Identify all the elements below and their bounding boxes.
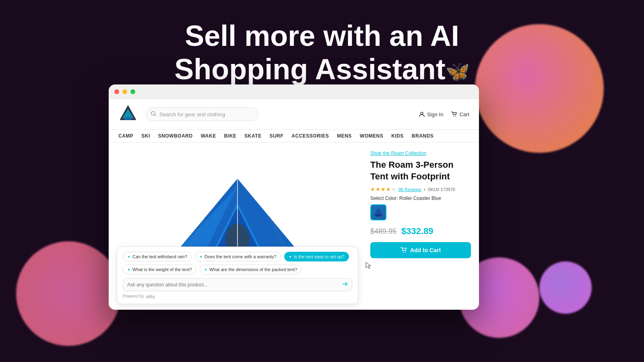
product-detail-section: Shop the Roam Collection The Roam 3-Pers…: [366, 142, 479, 309]
collection-link[interactable]: Shop the Roam Collection: [370, 150, 471, 156]
chat-suggestions: ✦ Can the test withstand rain? ✦ Does th…: [123, 252, 352, 274]
decorative-blob-top-right: [475, 24, 604, 153]
svg-point-6: [453, 116, 454, 117]
add-to-cart-button[interactable]: Add to Cart: [370, 242, 471, 258]
star-4: ★: [386, 186, 391, 192]
color-swatch[interactable]: [370, 204, 386, 220]
price-row: $489.95 $332.89: [370, 226, 471, 237]
menu-item-ski[interactable]: SKI: [141, 133, 150, 139]
svg-text:alby: alby: [146, 294, 155, 299]
svg-point-2: [124, 116, 132, 120]
menu-item-womens[interactable]: WOMENS: [360, 133, 383, 139]
star-5: ★: [391, 186, 396, 192]
search-placeholder-text: Search for gear and clothing: [159, 111, 225, 117]
color-swatch-inner: [371, 205, 386, 220]
suggestion-chip-3[interactable]: ✦ Is the tent easy to set up?: [284, 252, 349, 261]
menu-item-mens[interactable]: MENS: [337, 133, 352, 139]
menu-bar: CAMP SKI SNOWBOARD WAKE BIKE SKATE SURF …: [109, 130, 479, 142]
product-title: The Roam 3-Person Tent with Footprint: [370, 159, 471, 182]
chip-icon-1: ✦: [127, 255, 130, 259]
rating-row: ★ ★ ★ ★ ★ 96 Reviews • SKU# 173976: [370, 186, 471, 192]
suggestion-chip-4[interactable]: ✦ What is the weight of the tent?: [123, 265, 196, 274]
suggestion-text-3: Is the tent easy to set up?: [294, 254, 345, 259]
color-label: Select Color: Roller Coaster Blue: [370, 195, 471, 201]
decorative-blob-bottom-right-2: [539, 261, 592, 314]
window-close-button[interactable]: [114, 89, 119, 94]
suggestion-text-1: Can the test withstand rain?: [132, 254, 187, 259]
chat-input-field[interactable]: [127, 282, 342, 288]
suggestion-chip-5[interactable]: ✦ What are the dimensions of the packed …: [200, 265, 301, 274]
alby-logo: alby: [146, 294, 161, 299]
search-bar[interactable]: Search for gear and clothing: [146, 107, 258, 121]
reviews-count[interactable]: 96 Reviews: [398, 187, 421, 192]
sign-in-button[interactable]: Sign In: [419, 111, 443, 117]
star-rating: ★ ★ ★ ★ ★: [370, 186, 396, 192]
suggestion-chip-1[interactable]: ✦ Can the test withstand rain?: [123, 252, 192, 261]
original-price: $489.95: [370, 227, 396, 236]
menu-item-surf[interactable]: SURF: [270, 133, 284, 139]
menu-item-wake[interactable]: WAKE: [201, 133, 216, 139]
sku-number: SKU# 173976: [428, 187, 456, 192]
star-3: ★: [381, 186, 386, 192]
svg-point-7: [455, 116, 456, 117]
decorative-blob-bottom-left: [16, 241, 121, 346]
nav-bar: Search for gear and clothing Sign In Car…: [109, 99, 479, 130]
hero-line2: Shopping Assistant🦋: [174, 53, 469, 86]
menu-item-bike[interactable]: BIKE: [224, 133, 237, 139]
menu-item-snowboard[interactable]: SNOWBOARD: [158, 133, 193, 139]
sku-text: •: [424, 187, 425, 192]
menu-item-camp[interactable]: CAMP: [118, 133, 133, 139]
search-icon: [151, 111, 156, 118]
chip-icon-3: ✦: [289, 255, 292, 259]
star-1: ★: [370, 186, 375, 192]
window-maximize-button[interactable]: [130, 89, 135, 94]
chip-icon-2: ✦: [199, 255, 202, 259]
product-image-section: ✦ Can the test withstand rain? ✦ Does th…: [109, 142, 366, 309]
hero-section: Sell more with an AI Shopping Assistant🦋: [174, 19, 469, 86]
menu-item-accessories[interactable]: ACCESSORIES: [291, 133, 329, 139]
menu-item-brands[interactable]: BRANDS: [412, 133, 433, 139]
chip-icon-5: ✦: [204, 267, 207, 272]
hero-line1: Sell more with an AI: [174, 19, 469, 53]
chip-icon-4: ✦: [127, 267, 130, 272]
suggestion-text-4: What is the weight of the tent?: [132, 267, 192, 272]
sale-price: $332.89: [401, 226, 433, 237]
suggestion-text-2: Does the tent come with a warranty?: [204, 254, 277, 259]
add-to-cart-label: Add to Cart: [410, 247, 441, 253]
browser-window: Search for gear and clothing Sign In Car…: [109, 84, 479, 310]
product-area: ✦ Can the test withstand rain? ✦ Does th…: [109, 142, 479, 309]
window-minimize-button[interactable]: [122, 89, 127, 94]
sign-in-label: Sign In: [427, 111, 443, 117]
svg-point-18: [375, 214, 382, 217]
powered-by: Powered by alby: [123, 294, 352, 299]
svg-line-4: [155, 115, 156, 116]
svg-point-20: [405, 252, 406, 253]
svg-point-19: [403, 252, 404, 253]
hero-icon: 🦋: [446, 61, 470, 82]
powered-by-text: Powered by: [123, 294, 144, 298]
cart-label: Cart: [459, 111, 469, 117]
nav-right: Sign In Cart: [419, 111, 469, 117]
send-button[interactable]: [342, 281, 348, 288]
suggestion-text-5: What are the dimensions of the packed te…: [209, 267, 297, 272]
suggestion-chip-2[interactable]: ✦ Does the tent come with a warranty?: [195, 252, 281, 261]
svg-point-5: [421, 112, 423, 115]
store-content: Search for gear and clothing Sign In Car…: [109, 99, 479, 310]
star-2: ★: [376, 186, 380, 192]
chat-input-row: [123, 278, 352, 291]
cart-button[interactable]: Cart: [451, 111, 469, 117]
browser-chrome: [109, 84, 479, 99]
ai-chat-widget: ✦ Can the test withstand rain? ✦ Does th…: [117, 247, 358, 304]
menu-item-skate[interactable]: SKATE: [244, 133, 261, 139]
menu-item-kids[interactable]: KIDS: [391, 133, 404, 139]
store-logo[interactable]: [118, 104, 138, 125]
